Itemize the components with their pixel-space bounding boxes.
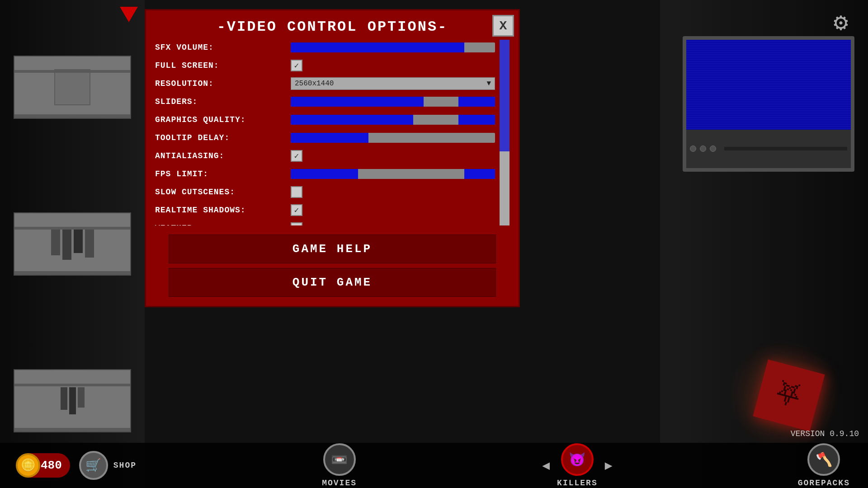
dialog-content: SFX VOLUME: FULL SCREEN: RESOLUTION:: [146, 40, 519, 230]
fps-limit-slider[interactable]: [291, 169, 495, 179]
fullscreen-row: FULL SCREEN:: [155, 58, 495, 73]
gorepacks-label: GOREPACKS: [798, 479, 850, 488]
sliders-label: SLIDERS:: [155, 97, 291, 106]
slow-cutscenes-label: SLOW CUTSCENES:: [155, 188, 291, 197]
killers-icon: 😈: [561, 443, 594, 476]
weather-checkbox[interactable]: [291, 222, 302, 225]
coin-display: 🪙 480: [18, 453, 70, 478]
resolution-dropdown[interactable]: 2560x1440 ▼: [291, 77, 495, 90]
movies-icon: 📼: [323, 443, 356, 476]
killers-label: KILLERS: [557, 479, 598, 488]
resolution-row: RESOLUTION: 2560x1440 ▼: [155, 76, 495, 91]
shelf-unit-bot: [14, 369, 131, 432]
resolution-label: RESOLUTION:: [155, 79, 291, 88]
sfx-volume-slider[interactable]: [291, 42, 495, 52]
shelf-unit-top: [14, 56, 131, 119]
game-help-button[interactable]: GAME HELP: [169, 235, 496, 263]
weather-label: WEATHER:: [155, 224, 291, 225]
killers-nav-item[interactable]: 😈 KILLERS: [557, 443, 598, 488]
antialiasing-control: [291, 150, 495, 162]
scrollbar-track[interactable]: [500, 40, 509, 225]
bottom-bar: 🪙 480 🛒 SHOP 📼 MOVIES ◀ 😈 KILLERS ▶ �: [0, 443, 868, 488]
graphics-quality-slider[interactable]: [291, 115, 495, 125]
weather-row: WEATHER:: [155, 221, 495, 225]
resolution-value: 2560x1440: [295, 80, 334, 88]
gear-icon[interactable]: ⚙: [827, 9, 854, 36]
slow-cutscenes-checkbox[interactable]: [291, 186, 302, 198]
fullscreen-checkbox[interactable]: [291, 60, 302, 71]
shelf-right: [660, 0, 868, 488]
fullscreen-control: [291, 60, 495, 71]
coin-background: 🪙 480: [18, 453, 70, 478]
coin-amount: 480: [41, 459, 62, 472]
shop-nav-item[interactable]: SHOP: [113, 461, 137, 470]
antialiasing-checkbox[interactable]: [291, 150, 302, 162]
antialiasing-label: ANTIALIASING:: [155, 151, 291, 160]
shelf-left: [0, 0, 145, 488]
killers-mask-icon: 😈: [569, 451, 585, 468]
video-options-dialog: -VIDEO CONTROL OPTIONS- X SFX VOLUME: FU…: [145, 9, 520, 307]
tooltip-delay-slider[interactable]: [291, 133, 495, 143]
gorepacks-axe-icon: 🪓: [816, 451, 832, 468]
realtime-shadows-row: REALTIME SHADOWS:: [155, 202, 495, 218]
killers-prev-arrow[interactable]: ◀: [542, 458, 550, 473]
graphics-quality-label: GRAPHICS QUALITY:: [155, 115, 291, 124]
quit-game-button[interactable]: QUIT GAME: [169, 268, 496, 297]
red-triangle-icon: [120, 7, 138, 22]
red-cube-body: [753, 359, 825, 431]
sfx-volume-row: SFX VOLUME:: [155, 40, 495, 55]
dropdown-arrow-icon: ▼: [486, 80, 491, 88]
dialog-header: -VIDEO CONTROL OPTIONS- X: [146, 10, 519, 40]
tv-monitor: [683, 36, 854, 172]
dialog-buttons: GAME HELP QUIT GAME: [146, 230, 519, 306]
tv-controls: [686, 130, 851, 168]
fps-limit-label: FPS LIMIT:: [155, 169, 291, 178]
tooltip-delay-label: TOOLTIP DELAY:: [155, 133, 291, 142]
realtime-shadows-control: [291, 204, 495, 216]
left-nav: 🪙 480 🛒 SHOP: [18, 451, 137, 480]
slow-cutscenes-control: [291, 186, 495, 198]
tv-screen: [686, 40, 851, 130]
shop-cart-icon: 🛒: [85, 458, 101, 473]
sliders-row: SLIDERS:: [155, 94, 495, 109]
version-text: VERSION 0.9.10: [791, 429, 859, 438]
fullscreen-label: FULL SCREEN:: [155, 61, 291, 70]
sfx-volume-label: SFX VOLUME:: [155, 43, 291, 52]
movies-label: MOVIES: [322, 479, 357, 488]
killers-section: ◀ 😈 KILLERS ▶: [542, 443, 612, 488]
movies-nav-item[interactable]: 📼 MOVIES: [322, 443, 357, 488]
close-button[interactable]: X: [492, 15, 514, 37]
coin-icon: 🪙: [16, 453, 40, 478]
weather-control: [291, 222, 495, 225]
red-cube: [760, 366, 832, 438]
slow-cutscenes-row: SLOW CUTSCENES:: [155, 184, 495, 200]
shop-label: SHOP: [113, 461, 137, 470]
resolution-control: 2560x1440 ▼: [291, 77, 495, 90]
shop-button[interactable]: 🛒: [79, 451, 108, 480]
shelf-unit-mid: [14, 212, 131, 276]
killers-next-arrow[interactable]: ▶: [605, 458, 613, 473]
realtime-shadows-label: REALTIME SHADOWS:: [155, 206, 291, 215]
tooltip-delay-row: TOOLTIP DELAY:: [155, 130, 495, 145]
sliders-control[interactable]: [291, 97, 495, 107]
movies-cassette-icon: 📼: [331, 451, 348, 468]
scrollbar-thumb[interactable]: [500, 40, 509, 151]
fps-limit-row: FPS LIMIT:: [155, 166, 495, 182]
gorepacks-icon: 🪓: [807, 443, 840, 476]
realtime-shadows-checkbox[interactable]: [291, 204, 302, 216]
settings-list: SFX VOLUME: FULL SCREEN: RESOLUTION:: [155, 40, 500, 225]
gorepacks-nav-item[interactable]: 🪓 GOREPACKS: [798, 443, 850, 488]
dialog-title: -VIDEO CONTROL OPTIONS-: [217, 19, 448, 35]
graphics-quality-row: GRAPHICS QUALITY:: [155, 112, 495, 127]
antialiasing-row: ANTIALIASING:: [155, 148, 495, 164]
